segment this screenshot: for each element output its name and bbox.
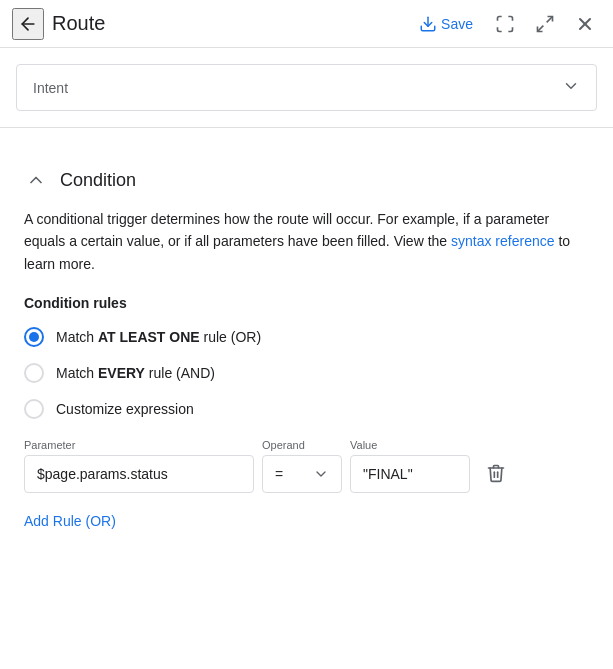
- svg-line-3: [538, 25, 544, 31]
- save-label: Save: [441, 16, 473, 32]
- page-title: Route: [52, 12, 403, 35]
- back-button[interactable]: [12, 8, 44, 40]
- header: Route Save: [0, 0, 613, 48]
- close-icon: [575, 14, 595, 34]
- chevron-up-icon: [26, 170, 46, 190]
- fullscreen-button[interactable]: [489, 8, 521, 40]
- radio-option-custom[interactable]: Customize expression: [24, 399, 589, 419]
- value-input[interactable]: [350, 455, 470, 493]
- syntax-reference-link[interactable]: syntax reference: [451, 233, 555, 249]
- radio-option-and[interactable]: Match EVERY rule (AND): [24, 363, 589, 383]
- intent-section: Intent: [0, 48, 613, 128]
- save-icon: [419, 15, 437, 33]
- condition-description: A conditional trigger determines how the…: [24, 208, 589, 275]
- radio-label-and: Match EVERY rule (AND): [56, 365, 215, 381]
- operand-dropdown[interactable]: =: [262, 455, 342, 493]
- operand-value: =: [275, 466, 283, 482]
- close-button[interactable]: [569, 8, 601, 40]
- value-field-group: Value: [350, 439, 470, 493]
- header-icons: [489, 8, 601, 40]
- condition-section: Condition A conditional trigger determin…: [0, 152, 613, 549]
- radio-group: Match AT LEAST ONE rule (OR) Match EVERY…: [24, 327, 589, 419]
- intent-dropdown[interactable]: Intent: [16, 64, 597, 111]
- trash-icon: [486, 463, 506, 483]
- collapse-condition-button[interactable]: [24, 168, 48, 192]
- condition-rules-label: Condition rules: [24, 295, 589, 311]
- add-rule-button[interactable]: Add Rule (OR): [24, 509, 116, 533]
- condition-header: Condition: [24, 168, 589, 192]
- radio-label-or: Match AT LEAST ONE rule (OR): [56, 329, 261, 345]
- collapse-button[interactable]: [529, 8, 561, 40]
- value-label: Value: [350, 439, 470, 451]
- radio-label-custom: Customize expression: [56, 401, 194, 417]
- condition-title: Condition: [60, 170, 136, 191]
- fullscreen-icon: [495, 14, 515, 34]
- operand-label: Operand: [262, 439, 342, 451]
- parameter-input[interactable]: [24, 455, 254, 493]
- operand-field-group: Operand =: [262, 439, 342, 493]
- radio-circle-and: [24, 363, 44, 383]
- spacer: [0, 128, 613, 152]
- radio-inner-or: [29, 332, 39, 342]
- radio-option-or[interactable]: Match AT LEAST ONE rule (OR): [24, 327, 589, 347]
- radio-circle-custom: [24, 399, 44, 419]
- parameter-field-group: Parameter: [24, 439, 254, 493]
- chevron-down-icon: [562, 77, 580, 98]
- radio-circle-or: [24, 327, 44, 347]
- intent-placeholder: Intent: [33, 80, 68, 96]
- save-button[interactable]: Save: [411, 11, 481, 37]
- rule-row: Parameter Operand = Value: [24, 439, 589, 493]
- svg-line-2: [547, 16, 553, 22]
- operand-chevron-icon: [313, 466, 329, 482]
- delete-rule-button[interactable]: [478, 453, 514, 493]
- collapse-icon: [535, 14, 555, 34]
- parameter-label: Parameter: [24, 439, 254, 451]
